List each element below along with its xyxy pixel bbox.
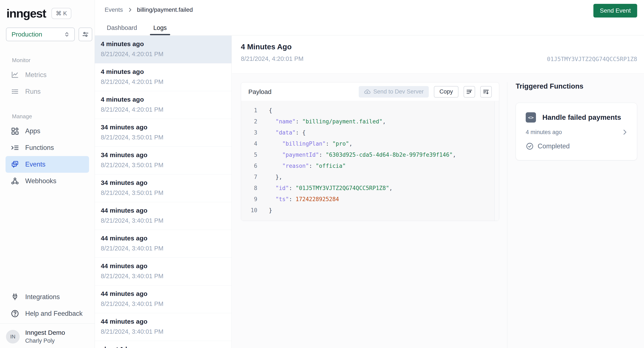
environment-settings-button[interactable] (78, 28, 92, 41)
code-text: } (269, 207, 272, 214)
code-text: "id": "01J5TMY3VJTZ2QG74QCC5RP1Z8", (269, 185, 392, 191)
breadcrumb-events-link[interactable]: Events (105, 6, 123, 13)
breadcrumb-current: billing/payment.failed (137, 6, 193, 13)
event-relative-time: 34 minutes ago (101, 124, 232, 131)
event-relative-time: 4 minutes ago (101, 68, 232, 75)
sidebar-item-label: Apps (25, 127, 40, 135)
send-to-dev-server-button[interactable]: Send to Dev Server (359, 86, 429, 98)
event-list: 4 minutes ago8/21/2024, 4:20:01 PM4 minu… (95, 36, 232, 348)
sidebar-item-help[interactable]: Help and Feedback (6, 305, 89, 322)
line-number: 1 (241, 107, 257, 114)
copy-button[interactable]: Copy (434, 86, 458, 98)
event-relative-time: about 1 hour ago (101, 346, 232, 348)
command-k-shortcut[interactable]: ⌘ K (52, 8, 71, 19)
code-line: 9 "ts": 1724228925284 (241, 194, 499, 205)
code-text: "reason": "officia" (269, 163, 346, 169)
event-list-item[interactable]: 44 minutes ago8/21/2024, 3:40:01 PM (95, 202, 232, 230)
event-list-item[interactable]: about 1 hour ago (95, 341, 232, 348)
sidebar-divider (0, 324, 94, 324)
event-relative-time: 34 minutes ago (101, 151, 232, 159)
send-event-button[interactable]: Send Event (594, 4, 637, 18)
event-list-item[interactable]: 34 minutes ago8/21/2024, 3:50:01 PM (95, 147, 232, 174)
functions-icon (11, 144, 19, 152)
line-number: 10 (241, 207, 257, 214)
inngest-dashboard: inngest ⌘ K Production Monitor (0, 0, 644, 348)
code-line: 7 }, (241, 172, 499, 182)
wrap-text-button[interactable] (464, 86, 475, 98)
triggered-functions-heading: Triggered Functions (516, 82, 637, 90)
code-line: 8 "id": "01J5TMY3VJTZ2QG74QCC5RP1Z8", (241, 182, 499, 194)
nav-section-monitor: Monitor (6, 57, 89, 64)
tab-logs[interactable]: Logs (151, 20, 169, 35)
event-list-item[interactable]: 4 minutes ago8/21/2024, 4:20:01 PM (95, 64, 232, 91)
event-relative-time: 34 minutes ago (101, 179, 232, 186)
event-timestamp: 8/21/2024, 3:40:01 PM (101, 300, 232, 308)
sidebar-item-runs[interactable]: Runs (6, 83, 89, 100)
line-number: 7 (241, 174, 257, 180)
function-name: Handle failed payments (542, 113, 621, 122)
code-line: 10} (241, 205, 499, 216)
code-text: "data": { (269, 130, 306, 136)
sidebar-item-label: Events (25, 160, 46, 168)
plug-icon (11, 293, 19, 301)
line-number: 6 (241, 163, 257, 169)
code-line: 5 "paymentId": "6303d925-cda5-4d64-8b2e-… (241, 149, 499, 160)
environment-selector[interactable]: Production (6, 28, 75, 41)
sidebar-item-functions[interactable]: Functions (6, 140, 89, 156)
line-number: 9 (241, 196, 257, 202)
sidebar-item-metrics[interactable]: Metrics (6, 66, 89, 83)
detail-tabs: Dashboard Logs (105, 20, 169, 35)
event-list-item[interactable]: 4 minutes ago8/21/2024, 4:20:01 PM (95, 36, 232, 64)
event-list-item[interactable]: 44 minutes ago8/21/2024, 3:40:01 PM (95, 230, 232, 258)
sidebar-item-events[interactable]: Events (6, 156, 89, 173)
sidebar-item-label: Help and Feedback (25, 310, 83, 318)
sidebar-item-label: Metrics (25, 71, 46, 79)
event-timestamp: 8/21/2024, 3:50:01 PM (101, 189, 232, 196)
function-run-time: 4 minutes ago (526, 129, 562, 136)
sidebar-item-integrations[interactable]: Integrations (6, 289, 89, 305)
apps-grid-icon (11, 127, 19, 135)
sidebar-item-apps[interactable]: Apps (6, 123, 89, 140)
inngest-logo: inngest (6, 6, 46, 20)
avatar: IN (6, 330, 20, 344)
event-list-item[interactable]: 44 minutes ago8/21/2024, 3:40:01 PM (95, 258, 232, 286)
check-circle-icon (526, 142, 534, 150)
code-text: }, (269, 174, 282, 180)
user-org: Charly Poly (25, 338, 65, 344)
code-text: "name": "billing/payment.failed", (269, 118, 386, 125)
event-list-item[interactable]: 44 minutes ago8/21/2024, 3:40:01 PM (95, 313, 232, 341)
chart-line-icon (11, 71, 19, 79)
event-detail-panel: 4 Minutes Ago 8/21/2024, 4:20:01 PM 01J5… (232, 36, 644, 348)
event-list-item[interactable]: 44 minutes ago8/21/2024, 3:40:01 PM (95, 286, 232, 313)
list-lines-icon (11, 87, 19, 96)
breadcrumb: Events billing/payment.failed (105, 6, 193, 13)
sidebar-nav: Monitor Metrics Runs Manage Apps (0, 41, 94, 189)
user-menu[interactable]: IN Inngest Demo Charly Poly (6, 329, 65, 344)
event-list-item[interactable]: 34 minutes ago8/21/2024, 3:50:01 PM (95, 174, 232, 202)
user-name: Inngest Demo (25, 329, 65, 336)
event-relative-time: 4 minutes ago (101, 96, 232, 103)
event-relative-time: 4 minutes ago (101, 40, 232, 48)
wrap-text-icon (466, 88, 473, 96)
sliders-icon (82, 30, 89, 38)
payload-code-viewer[interactable]: 1{2 "name": "billing/payment.failed",3 "… (241, 102, 499, 221)
event-detail-header: 4 Minutes Ago 8/21/2024, 4:20:01 PM 01J5… (232, 36, 644, 74)
event-relative-time: 44 minutes ago (101, 235, 232, 242)
triggered-function-card[interactable]: <> Handle failed payments 4 minutes ago … (516, 103, 637, 160)
scroll-to-bottom-button[interactable] (480, 86, 492, 98)
code-line: 6 "reason": "officia" (241, 160, 499, 172)
event-timestamp: 8/21/2024, 3:50:01 PM (101, 162, 232, 169)
event-list-item[interactable]: 4 minutes ago8/21/2024, 4:20:01 PM (95, 91, 232, 119)
sidebar-item-webhooks[interactable]: Webhooks (6, 173, 89, 189)
cloud-arrow-icon (364, 88, 371, 95)
sidebar-item-label: Functions (25, 144, 54, 152)
tab-dashboard[interactable]: Dashboard (105, 20, 139, 35)
code-scrollbar[interactable] (494, 102, 499, 221)
webhooks-icon (11, 177, 19, 185)
sidebar-item-label: Webhooks (25, 177, 56, 185)
chevron-updown-icon (63, 31, 70, 38)
line-number: 5 (241, 152, 257, 158)
event-list-item[interactable]: 34 minutes ago8/21/2024, 3:50:01 PM (95, 119, 232, 147)
payload-card: Payload Send to Dev Server Copy (241, 82, 499, 221)
sidebar-footer: Integrations Help and Feedback (6, 289, 89, 322)
